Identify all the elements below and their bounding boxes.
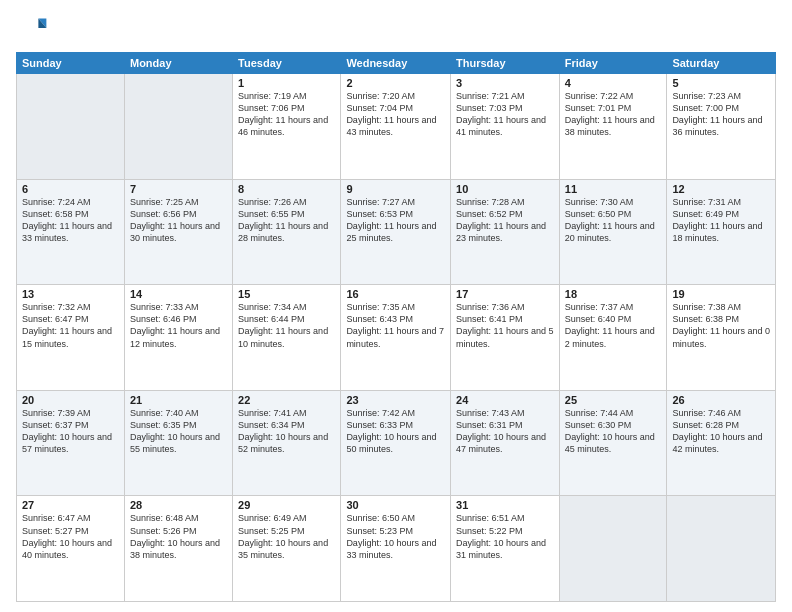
header [16,12,776,44]
cell-details: Sunrise: 7:37 AM Sunset: 6:40 PM Dayligh… [565,301,662,350]
cell-details: Sunrise: 7:38 AM Sunset: 6:38 PM Dayligh… [672,301,770,350]
calendar-cell: 19Sunrise: 7:38 AM Sunset: 6:38 PM Dayli… [667,285,776,391]
calendar-cell: 28Sunrise: 6:48 AM Sunset: 5:26 PM Dayli… [124,496,232,602]
cell-details: Sunrise: 7:25 AM Sunset: 6:56 PM Dayligh… [130,196,227,245]
cell-details: Sunrise: 7:27 AM Sunset: 6:53 PM Dayligh… [346,196,445,245]
calendar-cell: 25Sunrise: 7:44 AM Sunset: 6:30 PM Dayli… [559,390,667,496]
day-number: 17 [456,288,554,300]
calendar-cell: 1Sunrise: 7:19 AM Sunset: 7:06 PM Daylig… [233,74,341,180]
calendar-cell: 6Sunrise: 7:24 AM Sunset: 6:58 PM Daylig… [17,179,125,285]
day-number: 15 [238,288,335,300]
calendar-cell: 14Sunrise: 7:33 AM Sunset: 6:46 PM Dayli… [124,285,232,391]
day-number: 22 [238,394,335,406]
cell-details: Sunrise: 7:43 AM Sunset: 6:31 PM Dayligh… [456,407,554,456]
calendar-cell: 29Sunrise: 6:49 AM Sunset: 5:25 PM Dayli… [233,496,341,602]
calendar-cell: 16Sunrise: 7:35 AM Sunset: 6:43 PM Dayli… [341,285,451,391]
cell-details: Sunrise: 7:39 AM Sunset: 6:37 PM Dayligh… [22,407,119,456]
weekday-header: Wednesday [341,53,451,74]
cell-details: Sunrise: 6:50 AM Sunset: 5:23 PM Dayligh… [346,512,445,561]
calendar-cell: 7Sunrise: 7:25 AM Sunset: 6:56 PM Daylig… [124,179,232,285]
cell-details: Sunrise: 7:32 AM Sunset: 6:47 PM Dayligh… [22,301,119,350]
cell-details: Sunrise: 6:51 AM Sunset: 5:22 PM Dayligh… [456,512,554,561]
cell-details: Sunrise: 7:22 AM Sunset: 7:01 PM Dayligh… [565,90,662,139]
day-number: 18 [565,288,662,300]
cell-details: Sunrise: 7:40 AM Sunset: 6:35 PM Dayligh… [130,407,227,456]
calendar-week-row: 13Sunrise: 7:32 AM Sunset: 6:47 PM Dayli… [17,285,776,391]
weekday-header: Saturday [667,53,776,74]
calendar-cell: 5Sunrise: 7:23 AM Sunset: 7:00 PM Daylig… [667,74,776,180]
calendar-cell: 2Sunrise: 7:20 AM Sunset: 7:04 PM Daylig… [341,74,451,180]
day-number: 2 [346,77,445,89]
cell-details: Sunrise: 7:24 AM Sunset: 6:58 PM Dayligh… [22,196,119,245]
day-number: 3 [456,77,554,89]
calendar-cell [667,496,776,602]
cell-details: Sunrise: 7:34 AM Sunset: 6:44 PM Dayligh… [238,301,335,350]
day-number: 21 [130,394,227,406]
day-number: 20 [22,394,119,406]
cell-details: Sunrise: 7:28 AM Sunset: 6:52 PM Dayligh… [456,196,554,245]
day-number: 14 [130,288,227,300]
calendar-cell: 26Sunrise: 7:46 AM Sunset: 6:28 PM Dayli… [667,390,776,496]
cell-details: Sunrise: 7:23 AM Sunset: 7:00 PM Dayligh… [672,90,770,139]
day-number: 5 [672,77,770,89]
day-number: 31 [456,499,554,511]
day-number: 12 [672,183,770,195]
calendar-week-row: 20Sunrise: 7:39 AM Sunset: 6:37 PM Dayli… [17,390,776,496]
calendar-cell: 18Sunrise: 7:37 AM Sunset: 6:40 PM Dayli… [559,285,667,391]
cell-details: Sunrise: 7:36 AM Sunset: 6:41 PM Dayligh… [456,301,554,350]
calendar-cell: 4Sunrise: 7:22 AM Sunset: 7:01 PM Daylig… [559,74,667,180]
day-number: 19 [672,288,770,300]
weekday-header: Friday [559,53,667,74]
day-number: 7 [130,183,227,195]
cell-details: Sunrise: 7:26 AM Sunset: 6:55 PM Dayligh… [238,196,335,245]
day-number: 24 [456,394,554,406]
cell-details: Sunrise: 7:19 AM Sunset: 7:06 PM Dayligh… [238,90,335,139]
cell-details: Sunrise: 7:35 AM Sunset: 6:43 PM Dayligh… [346,301,445,350]
calendar-cell: 21Sunrise: 7:40 AM Sunset: 6:35 PM Dayli… [124,390,232,496]
cell-details: Sunrise: 7:21 AM Sunset: 7:03 PM Dayligh… [456,90,554,139]
cell-details: Sunrise: 7:31 AM Sunset: 6:49 PM Dayligh… [672,196,770,245]
weekday-header: Sunday [17,53,125,74]
calendar-cell: 15Sunrise: 7:34 AM Sunset: 6:44 PM Dayli… [233,285,341,391]
day-number: 13 [22,288,119,300]
calendar-week-row: 27Sunrise: 6:47 AM Sunset: 5:27 PM Dayli… [17,496,776,602]
calendar-week-row: 1Sunrise: 7:19 AM Sunset: 7:06 PM Daylig… [17,74,776,180]
calendar-body: 1Sunrise: 7:19 AM Sunset: 7:06 PM Daylig… [17,74,776,602]
day-number: 8 [238,183,335,195]
weekday-header: Thursday [451,53,560,74]
calendar-cell: 24Sunrise: 7:43 AM Sunset: 6:31 PM Dayli… [451,390,560,496]
day-number: 23 [346,394,445,406]
calendar-cell: 3Sunrise: 7:21 AM Sunset: 7:03 PM Daylig… [451,74,560,180]
cell-details: Sunrise: 7:42 AM Sunset: 6:33 PM Dayligh… [346,407,445,456]
logo-icon [16,12,48,44]
day-number: 30 [346,499,445,511]
calendar-cell [17,74,125,180]
calendar-cell: 20Sunrise: 7:39 AM Sunset: 6:37 PM Dayli… [17,390,125,496]
day-number: 11 [565,183,662,195]
calendar-header-row: SundayMondayTuesdayWednesdayThursdayFrid… [17,53,776,74]
day-number: 6 [22,183,119,195]
calendar-cell: 11Sunrise: 7:30 AM Sunset: 6:50 PM Dayli… [559,179,667,285]
day-number: 27 [22,499,119,511]
calendar-cell: 12Sunrise: 7:31 AM Sunset: 6:49 PM Dayli… [667,179,776,285]
cell-details: Sunrise: 7:44 AM Sunset: 6:30 PM Dayligh… [565,407,662,456]
calendar-cell: 27Sunrise: 6:47 AM Sunset: 5:27 PM Dayli… [17,496,125,602]
calendar-cell: 31Sunrise: 6:51 AM Sunset: 5:22 PM Dayli… [451,496,560,602]
day-number: 1 [238,77,335,89]
calendar-cell: 9Sunrise: 7:27 AM Sunset: 6:53 PM Daylig… [341,179,451,285]
page: SundayMondayTuesdayWednesdayThursdayFrid… [0,0,792,612]
calendar-cell: 22Sunrise: 7:41 AM Sunset: 6:34 PM Dayli… [233,390,341,496]
calendar-cell [124,74,232,180]
calendar-cell: 30Sunrise: 6:50 AM Sunset: 5:23 PM Dayli… [341,496,451,602]
cell-details: Sunrise: 6:48 AM Sunset: 5:26 PM Dayligh… [130,512,227,561]
day-number: 4 [565,77,662,89]
day-number: 25 [565,394,662,406]
cell-details: Sunrise: 7:30 AM Sunset: 6:50 PM Dayligh… [565,196,662,245]
cell-details: Sunrise: 7:41 AM Sunset: 6:34 PM Dayligh… [238,407,335,456]
cell-details: Sunrise: 7:46 AM Sunset: 6:28 PM Dayligh… [672,407,770,456]
cell-details: Sunrise: 6:47 AM Sunset: 5:27 PM Dayligh… [22,512,119,561]
calendar-cell: 10Sunrise: 7:28 AM Sunset: 6:52 PM Dayli… [451,179,560,285]
day-number: 26 [672,394,770,406]
weekday-header: Monday [124,53,232,74]
cell-details: Sunrise: 7:33 AM Sunset: 6:46 PM Dayligh… [130,301,227,350]
